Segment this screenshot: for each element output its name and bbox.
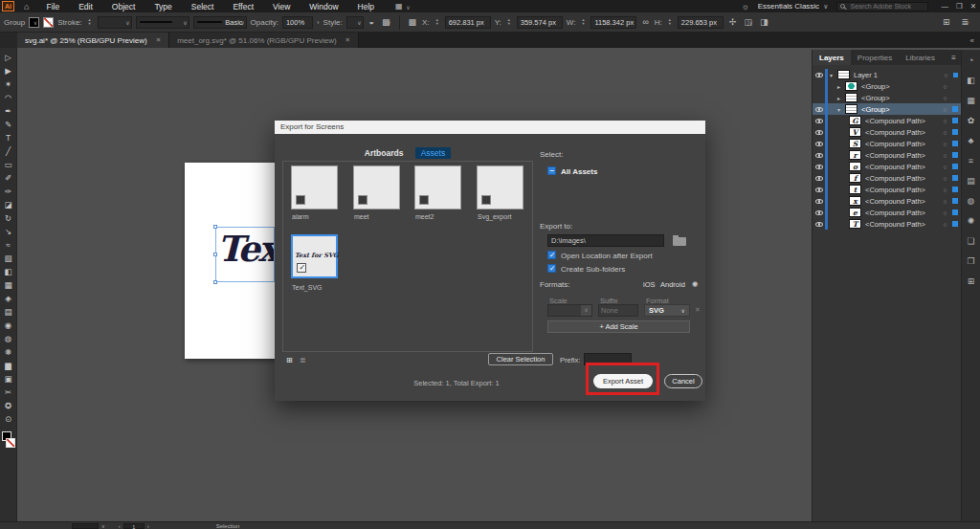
panel-toggle-icon[interactable]: ≣	[959, 17, 970, 27]
target-icon[interactable]	[940, 129, 950, 136]
target-icon[interactable]	[940, 175, 950, 182]
open-location-checkbox[interactable]	[547, 251, 556, 259]
column-graph-tool[interactable]: ▆	[0, 359, 16, 372]
opacity-flyout-icon[interactable]	[317, 18, 320, 27]
recolor-artwork-icon[interactable]: ◒	[368, 17, 376, 27]
selection-indicator[interactable]	[952, 209, 958, 215]
h-stepper[interactable]	[666, 16, 674, 29]
chevron-down-icon[interactable]	[837, 106, 845, 113]
appearance-panel-icon[interactable]: ✺	[968, 216, 975, 236]
selection-indicator[interactable]	[952, 187, 958, 192]
target-icon[interactable]	[940, 83, 950, 90]
brushes-panel-icon[interactable]: ✿	[968, 116, 975, 136]
x-stepper[interactable]	[434, 16, 441, 29]
target-icon[interactable]	[940, 141, 950, 147]
width-profile-select[interactable]	[136, 16, 189, 29]
scale-select[interactable]: ∨	[547, 304, 592, 317]
tab-artboards[interactable]: Artboards	[365, 148, 404, 158]
selection-indicator[interactable]	[953, 73, 958, 77]
zoom-level-input[interactable]	[72, 523, 99, 529]
direct-selection-tool[interactable]: ▶	[0, 64, 16, 77]
export-path-input[interactable]	[547, 234, 664, 247]
brush-select[interactable]: Basic	[193, 16, 247, 29]
remove-format-icon[interactable]: ✕	[695, 306, 701, 314]
asset-checkbox[interactable]	[419, 195, 429, 205]
menu-view[interactable]: View	[263, 2, 300, 11]
selection-indicator[interactable]	[952, 152, 958, 158]
color-guide-panel-icon[interactable]: ◧	[967, 76, 975, 96]
collapse-panels-icon[interactable]: «	[970, 36, 974, 45]
asset-thumbnail-svg-export[interactable]	[477, 165, 523, 209]
chevron-right-icon[interactable]	[837, 83, 845, 90]
layer-row[interactable]: t<Compound Path>	[813, 184, 961, 195]
line-segment-tool[interactable]: ╱	[0, 144, 16, 158]
gradient-tool[interactable]: ▤	[0, 305, 16, 319]
rotate-tool[interactable]: ↻	[0, 211, 16, 225]
pen-tool[interactable]: ✒	[0, 104, 16, 118]
android-button[interactable]: Android	[660, 280, 685, 289]
close-button[interactable]: ✕	[970, 2, 976, 11]
h-value-field[interactable]: 229.653 px	[678, 16, 724, 29]
cancel-button[interactable]: Cancel	[664, 374, 702, 388]
list-view-icon[interactable]: ≣	[300, 356, 306, 364]
stroke-swatch[interactable]	[6, 438, 15, 448]
selection-bounding-box[interactable]	[215, 227, 275, 282]
lasso-tool[interactable]: ◠	[0, 91, 16, 104]
swatches-panel-icon[interactable]: ▦	[967, 96, 975, 116]
visibility-toggle[interactable]	[813, 210, 825, 215]
selection-tool[interactable]: ▷	[0, 51, 16, 64]
target-icon[interactable]	[940, 187, 950, 193]
shape-mode-icon[interactable]: ◫	[742, 17, 754, 27]
chevron-down-icon[interactable]: ∨	[101, 523, 105, 529]
minimize-button[interactable]: —	[941, 2, 948, 11]
menu-select[interactable]: Select	[182, 2, 224, 11]
hand-tool[interactable]: ✪	[0, 399, 16, 412]
document-tab-svg[interactable]: svg.ai* @ 25% (RGB/GPU Preview) ✕	[17, 33, 169, 48]
shape-builder-tool[interactable]: ◧	[0, 265, 16, 278]
export-asset-button[interactable]: Export Asset	[593, 374, 653, 388]
gradient-panel-icon[interactable]: ▤	[967, 176, 975, 196]
menu-window[interactable]: Window	[300, 2, 347, 11]
align-options-icon[interactable]: ▩	[380, 17, 392, 27]
ios-button[interactable]: iOS	[643, 280, 656, 289]
arrange-documents-icon[interactable]: ▦	[395, 2, 412, 11]
visibility-toggle[interactable]	[813, 107, 825, 112]
arrange-grid-icon[interactable]: ⊞	[941, 17, 952, 27]
magic-wand-tool[interactable]: ✶	[0, 77, 16, 91]
asset-thumbnail-meet2[interactable]	[414, 165, 461, 209]
selection-indicator[interactable]	[952, 198, 958, 204]
target-icon[interactable]	[940, 95, 950, 101]
clear-selection-button[interactable]: Clear Selection	[488, 353, 553, 365]
asset-checkbox[interactable]	[481, 195, 491, 205]
next-artboard-icon[interactable]: ›	[147, 523, 149, 529]
w-value-field[interactable]: 1158.342 px	[590, 16, 636, 29]
layer-row[interactable]: f<Compound Path>	[813, 172, 961, 184]
asset-checkbox[interactable]	[358, 195, 368, 205]
color-panel-icon[interactable]: ◔	[969, 55, 973, 76]
stroke-color-swatch[interactable]	[43, 17, 54, 28]
artboard-number-field[interactable]: 1	[123, 523, 145, 529]
tab-assets[interactable]: Assets	[415, 147, 452, 159]
eyedropper-tool[interactable]: ◉	[0, 319, 16, 332]
suffix-input[interactable]	[598, 304, 638, 317]
reference-point-icon[interactable]: ▩	[407, 17, 419, 27]
layer-row[interactable]: x<Compound Path>	[813, 195, 961, 207]
menu-file[interactable]: File	[36, 2, 69, 11]
layer-row-selected[interactable]: <Group>	[813, 103, 961, 115]
target-icon[interactable]	[941, 72, 951, 78]
slice-tool[interactable]: ✂	[0, 386, 16, 399]
close-icon[interactable]: ✕	[345, 36, 350, 44]
target-icon[interactable]	[940, 106, 950, 113]
blend-tool[interactable]: ◍	[0, 332, 16, 345]
asset-checkbox[interactable]	[296, 195, 305, 205]
stock-search[interactable]	[836, 2, 928, 11]
selection-handle[interactable]	[213, 253, 217, 256]
paintbrush-tool[interactable]: ✐	[0, 171, 16, 185]
asset-thumbnail-text-svg[interactable]: Text for SVG	[291, 234, 338, 278]
layer-row[interactable]: S<Compound Path>	[813, 138, 961, 149]
x-value-field[interactable]: 692.831 px	[445, 16, 491, 29]
asset-thumbnail-alarm[interactable]	[291, 165, 338, 209]
layer-row[interactable]: T<Compound Path>	[813, 218, 961, 230]
selection-indicator[interactable]	[952, 106, 958, 112]
selection-indicator[interactable]	[952, 221, 958, 227]
